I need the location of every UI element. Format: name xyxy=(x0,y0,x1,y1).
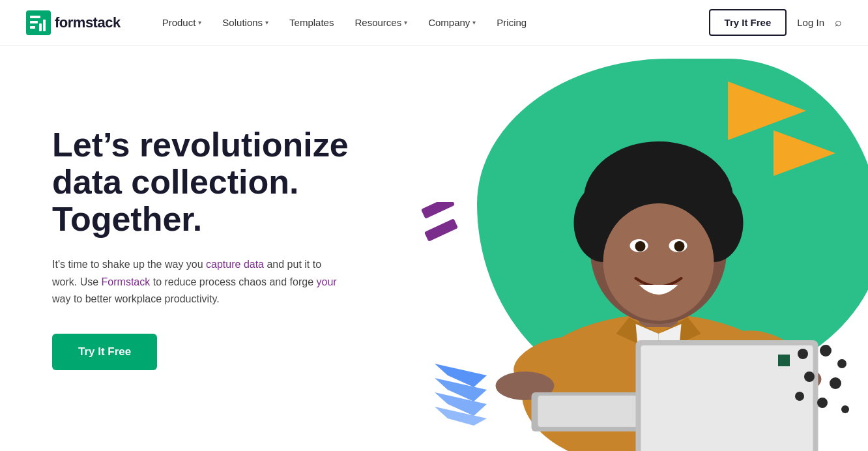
svg-point-44 xyxy=(841,405,849,413)
orange-triangle-1 xyxy=(728,81,806,143)
svg-marker-21 xyxy=(616,317,659,353)
chevron-down-icon: ▾ xyxy=(404,19,407,26)
nav-actions: Try It Free Log In ⌕ xyxy=(709,9,842,36)
svg-marker-34 xyxy=(435,378,487,401)
hero-text-block: Let’s revolutionize data collection. Tog… xyxy=(52,126,391,371)
svg-rect-8 xyxy=(422,202,455,219)
logo-link[interactable]: formstack xyxy=(26,10,121,35)
svg-marker-35 xyxy=(435,392,487,416)
svg-point-10 xyxy=(522,314,796,451)
svg-point-39 xyxy=(837,359,846,368)
green-dot-decoration xyxy=(778,355,790,366)
svg-rect-5 xyxy=(39,23,42,31)
search-icon[interactable]: ⌕ xyxy=(835,16,842,29)
svg-point-42 xyxy=(795,392,804,401)
svg-point-15 xyxy=(685,184,744,262)
svg-point-25 xyxy=(508,328,594,391)
nav-item-product[interactable]: Product ▾ xyxy=(153,12,211,33)
svg-rect-9 xyxy=(424,218,457,242)
svg-point-12 xyxy=(590,174,727,324)
svg-point-41 xyxy=(830,377,841,389)
svg-point-37 xyxy=(798,349,808,359)
nav-item-solutions[interactable]: Solutions ▾ xyxy=(213,12,278,33)
svg-point-20 xyxy=(674,241,685,252)
hero-subtext: It's time to shake up the way you captur… xyxy=(52,256,339,308)
blue-arrows-decoration xyxy=(435,364,500,428)
svg-rect-29 xyxy=(532,392,779,431)
svg-rect-11 xyxy=(639,275,678,327)
hero-try-free-button[interactable]: Try It Free xyxy=(52,334,157,370)
svg-rect-4 xyxy=(43,20,46,31)
svg-rect-2 xyxy=(30,21,38,23)
nav-item-templates[interactable]: Templates xyxy=(280,12,343,33)
svg-point-38 xyxy=(820,345,832,356)
svg-rect-32 xyxy=(641,345,813,451)
svg-point-16 xyxy=(603,203,714,321)
svg-point-28 xyxy=(763,365,822,394)
svg-marker-22 xyxy=(659,317,701,353)
svg-point-43 xyxy=(817,398,828,408)
svg-marker-33 xyxy=(435,364,487,387)
hero-heading: Let’s revolutionize data collection. Tog… xyxy=(52,126,391,239)
purple-decoration-1 xyxy=(422,202,457,257)
chevron-down-icon: ▾ xyxy=(198,19,201,26)
svg-point-27 xyxy=(496,371,555,400)
hero-person-image xyxy=(444,66,835,451)
svg-point-26 xyxy=(723,321,809,385)
svg-rect-0 xyxy=(26,10,51,35)
svg-marker-7 xyxy=(774,130,835,176)
svg-point-14 xyxy=(574,184,633,262)
svg-rect-1 xyxy=(30,16,40,18)
navbar: formstack Product ▾ Solutions ▾ Template… xyxy=(0,0,868,46)
svg-rect-31 xyxy=(636,340,818,451)
svg-marker-24 xyxy=(659,324,682,360)
orange-triangle-2 xyxy=(774,130,835,179)
chevron-down-icon: ▾ xyxy=(265,19,268,26)
svg-rect-3 xyxy=(30,26,35,29)
hero-section: Let’s revolutionize data collection. Tog… xyxy=(0,46,868,451)
nav-login-link[interactable]: Log In xyxy=(797,17,824,28)
svg-rect-30 xyxy=(538,396,773,427)
svg-marker-6 xyxy=(728,81,806,140)
nav-item-pricing[interactable]: Pricing xyxy=(487,12,536,33)
svg-point-17 xyxy=(630,239,648,252)
green-blob-decoration xyxy=(477,59,868,398)
dots-decoration xyxy=(793,344,852,425)
hero-image-area xyxy=(373,46,868,451)
svg-marker-36 xyxy=(435,407,487,426)
nav-item-company[interactable]: Company ▾ xyxy=(419,12,485,33)
svg-point-13 xyxy=(584,141,734,259)
logo-text: formstack xyxy=(55,14,121,31)
svg-marker-23 xyxy=(636,324,659,360)
svg-point-19 xyxy=(635,241,646,252)
nav-links: Product ▾ Solutions ▾ Templates Resource… xyxy=(153,12,709,33)
chevron-down-icon: ▾ xyxy=(472,19,476,26)
nav-item-resources[interactable]: Resources ▾ xyxy=(345,12,416,33)
svg-point-40 xyxy=(804,371,815,382)
logo-icon xyxy=(26,10,51,35)
nav-try-free-button[interactable]: Try It Free xyxy=(709,9,787,36)
svg-point-18 xyxy=(669,239,687,252)
